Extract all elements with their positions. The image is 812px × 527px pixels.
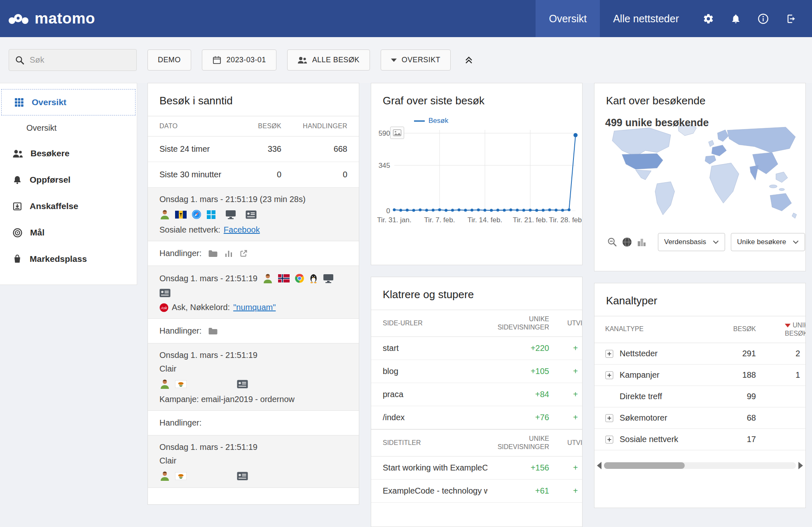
channel-row: Sosiale nettverk 17 <box>594 429 805 450</box>
city-view-icon[interactable] <box>636 237 646 247</box>
sidebar-subitem-oversikt[interactable]: Oversikt <box>0 115 137 140</box>
signout-icon[interactable] <box>785 13 796 24</box>
channel-row: Direkte treff 99 <box>594 386 805 407</box>
channel-visits: 68 <box>694 413 756 423</box>
summary-visits: 336 <box>236 144 281 154</box>
channel-label: Kampanjer <box>620 370 660 380</box>
climber-row[interactable]: ExampleCode - technology wi... +61 + <box>371 480 582 503</box>
search-input[interactable] <box>30 55 131 65</box>
folder-icon <box>208 327 218 335</box>
horizontal-scrollbar[interactable] <box>597 460 803 471</box>
realtime-table-header: DATO BESØK HANDLINGER <box>148 116 359 136</box>
date-selector-button[interactable]: 2023-03-01 <box>202 49 276 71</box>
visits-line-chart-area[interactable]: Besøk 0345590Tir. 31. jan.Tir. 7. feb.Ti… <box>371 116 582 228</box>
visitor-profile-card-icon[interactable] <box>159 289 171 297</box>
zoom-out-icon[interactable] <box>607 237 618 247</box>
expand-row-icon[interactable] <box>605 350 613 358</box>
dashboard-grid-icon <box>14 97 24 108</box>
site-selector-label: DEMO <box>158 56 181 64</box>
expand-row-icon[interactable] <box>605 414 613 422</box>
search-icon <box>15 55 25 65</box>
visitor-icon <box>159 379 170 389</box>
climber-row[interactable]: start +220 + <box>371 337 582 360</box>
referrer-label: Sosiale nettverk: <box>159 225 220 235</box>
chart-legend[interactable]: Besøk <box>414 117 448 125</box>
visitor-icon <box>262 273 273 284</box>
summary-label: Siste 24 timer <box>159 144 236 154</box>
visit-entry: Onsdag 1. mars - 21:51:19 Clair Kampanje… <box>148 343 359 411</box>
col-header-handlinger: HANDLINGER <box>281 122 347 130</box>
channel-visits: 17 <box>694 435 756 444</box>
referrer-label: Ask, Nøkkelord: <box>172 303 230 312</box>
sidebar-item-label: Oversikt <box>26 123 56 133</box>
visit-campaign: Kampanje: email-jan2019 - ordernow <box>159 395 347 404</box>
channel-types-widget: Kanaltyper KANALTYPE BESØK UNIKE BESØKEN… <box>594 283 806 508</box>
sidebar-item-oppforsel[interactable]: Oppførsel <box>0 167 137 193</box>
climber-row[interactable]: blog +105 + <box>371 360 582 383</box>
windows-os-icon <box>206 210 216 219</box>
visitors-icon <box>12 149 23 158</box>
scroll-left-arrow[interactable] <box>597 462 601 469</box>
realtime-summary-row: Siste 24 timer 336 668 <box>148 136 359 162</box>
widget-title-graph: Graf over siste besøk <box>371 83 582 116</box>
climbers-widget: Klatrere og stupere SIDE-URLER UNIKE SID… <box>371 277 583 527</box>
dashboard-selector-button[interactable]: OVERSIKT <box>381 49 451 71</box>
unique-pageviews-delta: +84 <box>487 390 549 399</box>
world-view-icon[interactable] <box>622 237 632 247</box>
visit-referrer: Sosiale nettverk: Facebook <box>159 225 347 235</box>
info-icon[interactable] <box>758 13 769 24</box>
channel-unique: 1 <box>756 370 805 380</box>
sidebar-item-besokere[interactable]: Besøkere <box>0 140 137 167</box>
world-map[interactable] <box>599 116 801 228</box>
dashboard-selector-label: OVERSIKT <box>402 56 440 64</box>
climber-row[interactable]: praca +84 + <box>371 383 582 406</box>
visitor-profile-card-icon[interactable] <box>246 210 257 219</box>
keyword-link[interactable]: "numquam" <box>233 303 276 312</box>
expand-row-icon[interactable] <box>605 435 613 444</box>
visitor-profile-card-icon[interactable] <box>237 380 248 388</box>
chevron-down-icon <box>793 240 799 244</box>
visitor-icon <box>159 209 170 220</box>
dashboard-content: Besøk i sanntid DATO BESØK HANDLINGER Si… <box>137 83 812 527</box>
search-box[interactable] <box>9 49 137 71</box>
col-header-unique-visitors[interactable]: UNIKE BESØKENDE <box>756 321 805 338</box>
svg-text:Ask: Ask <box>160 306 167 310</box>
visit-entry: Onsdag 1. mars - 21:51:19 (23 min 28s) S… <box>148 188 359 241</box>
sidebar-item-anskaffelse[interactable]: Anskaffelse <box>0 193 137 219</box>
external-link-icon[interactable] <box>239 249 248 258</box>
image-export-icon[interactable] <box>390 127 404 139</box>
nav-tab-oversikt[interactable]: Oversikt <box>536 0 600 37</box>
collapse-toolbar-icon[interactable] <box>464 55 474 65</box>
sidebar-item-mal[interactable]: Mål <box>0 219 137 246</box>
legend-line-swatch <box>414 120 425 122</box>
scrollbar-track[interactable] <box>604 462 796 469</box>
campaign-label: Kampanje: email-jan2019 - ordernow <box>159 395 295 404</box>
channel-label: Sosiale nettverk <box>620 435 678 444</box>
bell-icon[interactable] <box>730 13 741 24</box>
nav-tab-alle-nettsteder[interactable]: Alle nettsteder <box>600 0 692 37</box>
page-url-label: blog <box>383 367 487 376</box>
visitor-name: Clair <box>159 456 347 466</box>
unique-pageviews-delta: +220 <box>487 343 549 353</box>
map-metric-select[interactable]: Unike besøkere <box>731 233 805 251</box>
matomo-logo[interactable]: matomo <box>8 10 95 27</box>
chrome-browser-icon <box>295 273 304 283</box>
segment-selector-button[interactable]: ALLE BESØK <box>287 49 370 71</box>
sidebar-item-oversikt[interactable]: Oversikt <box>1 89 136 115</box>
col-header-besok: BESØK <box>236 122 281 130</box>
expand-row-icon[interactable] <box>605 371 613 379</box>
climber-row[interactable]: Start working with ExampleCo... +156 + <box>371 456 582 480</box>
channel-visits: 99 <box>694 392 756 401</box>
map-region-select[interactable]: Verdensbasis <box>658 233 725 251</box>
sidebar-item-markedsplass[interactable]: Markedsplass <box>0 246 137 272</box>
visits-graph-widget: Graf over siste besøk Besøk 0345590Tir. … <box>371 83 583 265</box>
referrer-link[interactable]: Facebook <box>224 225 260 235</box>
marketplace-bag-icon <box>12 254 22 264</box>
scroll-right-arrow[interactable] <box>798 462 803 469</box>
gear-icon[interactable] <box>703 13 714 24</box>
visitor-profile-card-icon[interactable] <box>237 472 248 480</box>
site-selector-button[interactable]: DEMO <box>147 49 191 71</box>
col-header-besok: BESØK <box>694 321 756 333</box>
climber-row[interactable]: /index +76 + <box>371 406 582 429</box>
scrollbar-thumb[interactable] <box>604 462 685 469</box>
